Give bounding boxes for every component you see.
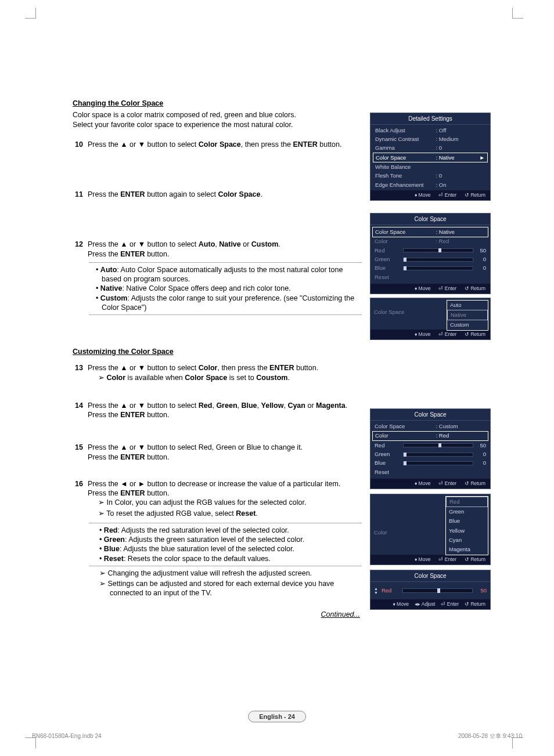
t: Reset: [375, 274, 436, 281]
step-num: 16: [73, 479, 83, 519]
osd-title: Color Space: [370, 214, 490, 225]
osd-footer: ♦ Move ⏎ Enter ↺ Return: [370, 479, 490, 489]
t: : Medium: [436, 136, 486, 143]
osd-footer: ♦ Move ⏎ Enter ↺ Return: [370, 330, 490, 339]
osd-color-space-popup: Color Space Auto Native Custom ♦ Move ⏎ …: [370, 298, 491, 340]
popup-option-selected: Native: [447, 310, 488, 320]
step-num: 14: [73, 401, 83, 420]
t: ENTER: [120, 411, 145, 419]
t: button.: [145, 411, 170, 419]
step-10: 10 Press the ▲ or ▼ button to select Col…: [73, 140, 360, 149]
t: or: [305, 401, 316, 410]
slider-knob: [404, 266, 406, 270]
page-number-badge: English - 24: [248, 711, 306, 722]
t: Press the: [88, 453, 120, 461]
step-11: 11 Press the ENTER button again to selec…: [73, 190, 360, 199]
detail-red: • Red: Adjusts the red saturation level …: [99, 526, 360, 535]
t: Reset: [236, 509, 256, 518]
step-16: 16 Press the ◄ or ► button to decrease o…: [73, 479, 360, 519]
t: .: [346, 401, 347, 410]
popup-option-selected: Red: [446, 497, 488, 507]
step-body: Press the ▲ or ▼ button to select Color,…: [88, 363, 360, 384]
t: Enter: [445, 331, 456, 337]
arrow-right-icon: ►: [480, 154, 485, 161]
t: Red: [382, 587, 399, 594]
footer-left: BN68-01580A-Eng.indb 24: [32, 732, 102, 740]
t: : Native: [436, 154, 479, 161]
t: ENTER: [120, 489, 145, 497]
t: To reset the adjusted RGB value, select: [106, 509, 236, 518]
t: button.: [145, 453, 170, 461]
section1-intro: Color space is a color matrix composed o…: [73, 110, 360, 129]
osd-row: Reset: [372, 273, 488, 281]
t: Red: [104, 526, 118, 534]
osd-row: Black Adjust: Off: [373, 126, 488, 135]
t: : Native Color Space offers deep and ric…: [122, 284, 290, 292]
t: Enter: [445, 556, 456, 562]
t: Edge Enhancement: [375, 182, 436, 189]
osd-row: Gamma: 0: [373, 144, 488, 153]
hint-move: ♦ Move: [415, 285, 431, 292]
popup-option: Auto: [447, 301, 488, 310]
slider-knob: [404, 258, 406, 262]
hint-return: ↺ Return: [465, 480, 485, 487]
t: Green: [104, 536, 125, 544]
osd-row: Reset: [372, 468, 488, 476]
t: Enter: [445, 285, 456, 291]
osd-title: Detailed Settings: [370, 113, 490, 125]
hint-move: ♦ Move: [393, 601, 409, 607]
step-body: Press the ▲ or ▼ button to select Red, G…: [88, 443, 360, 462]
hint-move: ♦ Move: [415, 192, 431, 198]
hint-enter: ⏎ Enter: [441, 601, 459, 607]
t: Adjust: [422, 601, 436, 607]
t: ENTER: [269, 364, 294, 372]
t: Dynamic Contrast: [375, 136, 436, 143]
t: Return: [470, 285, 485, 291]
t: , then press the: [241, 140, 293, 149]
t: Auto: [199, 240, 215, 248]
updown-icon: ▲▼: [374, 587, 378, 595]
t: Move: [397, 601, 409, 607]
t: Reset: [104, 555, 124, 563]
note: In Color, you can adjust the RGB values …: [98, 498, 360, 507]
osd-footer: ♦ Move ⏎ Enter ↺ Return: [370, 555, 490, 565]
step-body: Press the ▲ or ▼ button to select Auto, …: [88, 240, 360, 259]
t: Enter: [445, 192, 456, 198]
t: is set to: [227, 374, 256, 382]
t: 50: [476, 442, 486, 449]
step-12: 12 Press the ▲ or ▼ button to select Aut…: [73, 240, 360, 259]
slider-track: [403, 258, 473, 262]
t: : Red: [436, 432, 449, 439]
t: Move: [419, 480, 431, 486]
t: .: [287, 374, 289, 382]
t: : Adjusts the blue saturation level of t…: [120, 545, 294, 553]
osd-row-selected: Color Space: Native►: [373, 153, 488, 162]
osd-row: Dynamic Contrast: Medium: [373, 135, 488, 143]
slider-blue: Blue0: [372, 459, 488, 468]
t: Red: [375, 442, 401, 449]
t: Black Adjust: [375, 127, 436, 134]
t: Return: [470, 556, 485, 562]
slider-blue: Blue0: [372, 264, 488, 273]
slider-knob: [404, 461, 406, 465]
divider: [89, 523, 362, 523]
t: Return: [470, 601, 485, 607]
t: Color Space: [375, 423, 436, 430]
hint-return: ↺ Return: [465, 556, 485, 563]
osd-title: Color Space: [370, 570, 490, 582]
t: Move: [419, 331, 431, 337]
t: 0: [476, 265, 486, 272]
footer-right: 2008-05-28 오후 9:43:10: [458, 732, 522, 740]
osd-row: White Balance: [373, 162, 488, 171]
t: Press the ▲ or ▼ button to select: [88, 364, 199, 372]
bullet-custom: • Custom: Adjusts the color range to sui…: [96, 294, 360, 313]
bullet-native: • Native: Native Color Space offers deep…: [96, 284, 360, 293]
hint-return: ↺ Return: [465, 601, 485, 607]
t: Return: [470, 331, 485, 337]
slider-knob: [404, 453, 406, 457]
t: Color Space: [199, 140, 241, 149]
hint-move: ♦ Move: [415, 331, 431, 338]
t: White Balance: [375, 164, 436, 171]
popup-option: Cyan: [446, 536, 488, 545]
t: : On: [436, 182, 486, 189]
